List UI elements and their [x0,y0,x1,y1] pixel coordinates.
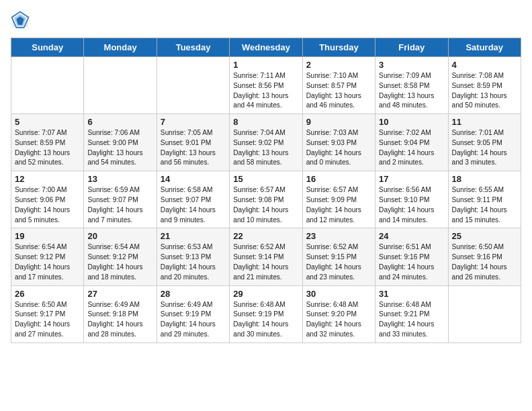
day-info: Sunrise: 6:59 AM Sunset: 9:07 PM Dayligh… [87,185,152,225]
day-number: 6 [87,117,152,127]
day-info: Sunrise: 6:57 AM Sunset: 9:08 PM Dayligh… [233,185,298,225]
day-info: Sunrise: 6:49 AM Sunset: 9:18 PM Dayligh… [87,300,152,340]
day-number: 1 [233,60,298,70]
weekday-header-monday: Monday [84,38,157,57]
weekday-header-thursday: Thursday [302,38,375,57]
weekday-row: SundayMondayTuesdayWednesdayThursdayFrid… [11,38,521,57]
calendar-cell: 3Sunrise: 7:09 AM Sunset: 8:58 PM Daylig… [375,57,448,114]
calendar-cell: 26Sunrise: 6:50 AM Sunset: 9:17 PM Dayli… [11,285,84,342]
day-info: Sunrise: 6:57 AM Sunset: 9:09 PM Dayligh… [306,185,371,225]
calendar-header: SundayMondayTuesdayWednesdayThursdayFrid… [11,38,521,57]
day-info: Sunrise: 7:07 AM Sunset: 8:59 PM Dayligh… [15,128,80,168]
day-info: Sunrise: 6:51 AM Sunset: 9:16 PM Dayligh… [379,242,444,282]
calendar-table: SundayMondayTuesdayWednesdayThursdayFrid… [11,38,521,343]
day-number: 15 [233,174,298,184]
day-info: Sunrise: 7:03 AM Sunset: 9:03 PM Dayligh… [306,128,371,168]
day-number: 28 [161,289,226,299]
day-number: 22 [233,231,298,241]
day-info: Sunrise: 6:48 AM Sunset: 9:20 PM Dayligh… [306,300,371,340]
calendar-cell: 17Sunrise: 6:56 AM Sunset: 9:10 PM Dayli… [375,171,448,228]
calendar-cell [448,285,521,342]
day-number: 29 [233,289,298,299]
day-info: Sunrise: 6:52 AM Sunset: 9:14 PM Dayligh… [233,242,298,282]
day-number: 19 [15,231,80,241]
day-number: 13 [87,174,152,184]
calendar-week-2: 5Sunrise: 7:07 AM Sunset: 8:59 PM Daylig… [11,114,521,171]
day-info: Sunrise: 6:50 AM Sunset: 9:16 PM Dayligh… [452,242,517,282]
logo-icon [11,11,30,30]
calendar-cell: 13Sunrise: 6:59 AM Sunset: 9:07 PM Dayli… [84,171,157,228]
day-info: Sunrise: 7:11 AM Sunset: 8:56 PM Dayligh… [233,71,298,111]
day-number: 21 [161,231,226,241]
day-info: Sunrise: 7:08 AM Sunset: 8:59 PM Dayligh… [452,71,517,111]
day-info: Sunrise: 6:56 AM Sunset: 9:10 PM Dayligh… [379,185,444,225]
weekday-header-saturday: Saturday [448,38,521,57]
page-header [11,11,521,30]
calendar-cell: 16Sunrise: 6:57 AM Sunset: 9:09 PM Dayli… [302,171,375,228]
day-number: 26 [15,289,80,299]
calendar-cell: 22Sunrise: 6:52 AM Sunset: 9:14 PM Dayli… [230,228,302,285]
day-number: 5 [15,117,80,127]
weekday-header-friday: Friday [375,38,448,57]
calendar-cell: 12Sunrise: 7:00 AM Sunset: 9:06 PM Dayli… [11,171,84,228]
day-info: Sunrise: 6:52 AM Sunset: 9:15 PM Dayligh… [306,242,371,282]
logo [11,11,32,30]
day-number: 30 [306,289,371,299]
calendar-cell: 9Sunrise: 7:03 AM Sunset: 9:03 PM Daylig… [302,114,375,171]
day-info: Sunrise: 7:06 AM Sunset: 9:00 PM Dayligh… [87,128,152,168]
day-info: Sunrise: 7:02 AM Sunset: 9:04 PM Dayligh… [379,128,444,168]
calendar-cell: 1Sunrise: 7:11 AM Sunset: 8:56 PM Daylig… [230,57,302,114]
calendar-cell: 29Sunrise: 6:48 AM Sunset: 9:19 PM Dayli… [230,285,302,342]
calendar-cell [157,57,229,114]
day-number: 31 [379,289,444,299]
day-number: 12 [15,174,80,184]
day-info: Sunrise: 7:04 AM Sunset: 9:02 PM Dayligh… [233,128,298,168]
day-number: 10 [379,117,444,127]
calendar-week-1: 1Sunrise: 7:11 AM Sunset: 8:56 PM Daylig… [11,57,521,114]
calendar-cell: 20Sunrise: 6:54 AM Sunset: 9:12 PM Dayli… [84,228,157,285]
day-info: Sunrise: 7:01 AM Sunset: 9:05 PM Dayligh… [452,128,517,168]
day-number: 17 [379,174,444,184]
calendar-cell: 18Sunrise: 6:55 AM Sunset: 9:11 PM Dayli… [448,171,521,228]
day-info: Sunrise: 6:48 AM Sunset: 9:19 PM Dayligh… [233,300,298,340]
day-number: 23 [306,231,371,241]
weekday-header-tuesday: Tuesday [157,38,229,57]
day-info: Sunrise: 6:58 AM Sunset: 9:07 PM Dayligh… [161,185,226,225]
day-number: 11 [452,117,517,127]
calendar-cell: 21Sunrise: 6:53 AM Sunset: 9:13 PM Dayli… [157,228,229,285]
weekday-header-wednesday: Wednesday [230,38,302,57]
day-number: 27 [87,289,152,299]
day-info: Sunrise: 6:48 AM Sunset: 9:21 PM Dayligh… [379,300,444,340]
calendar-cell: 23Sunrise: 6:52 AM Sunset: 9:15 PM Dayli… [302,228,375,285]
calendar-cell: 31Sunrise: 6:48 AM Sunset: 9:21 PM Dayli… [375,285,448,342]
calendar-cell: 24Sunrise: 6:51 AM Sunset: 9:16 PM Dayli… [375,228,448,285]
day-number: 4 [452,60,517,70]
day-number: 7 [161,117,226,127]
calendar-week-3: 12Sunrise: 7:00 AM Sunset: 9:06 PM Dayli… [11,171,521,228]
day-number: 14 [161,174,226,184]
day-info: Sunrise: 6:49 AM Sunset: 9:19 PM Dayligh… [161,300,226,340]
weekday-header-sunday: Sunday [11,38,84,57]
day-info: Sunrise: 6:50 AM Sunset: 9:17 PM Dayligh… [15,300,80,340]
day-number: 25 [452,231,517,241]
day-number: 2 [306,60,371,70]
day-info: Sunrise: 7:00 AM Sunset: 9:06 PM Dayligh… [15,185,80,225]
day-number: 18 [452,174,517,184]
calendar-cell: 25Sunrise: 6:50 AM Sunset: 9:16 PM Dayli… [448,228,521,285]
day-number: 20 [87,231,152,241]
day-number: 9 [306,117,371,127]
day-number: 24 [379,231,444,241]
calendar-cell: 2Sunrise: 7:10 AM Sunset: 8:57 PM Daylig… [302,57,375,114]
calendar-cell: 11Sunrise: 7:01 AM Sunset: 9:05 PM Dayli… [448,114,521,171]
day-number: 8 [233,117,298,127]
day-info: Sunrise: 6:53 AM Sunset: 9:13 PM Dayligh… [161,242,226,282]
calendar-cell: 19Sunrise: 6:54 AM Sunset: 9:12 PM Dayli… [11,228,84,285]
calendar-cell: 5Sunrise: 7:07 AM Sunset: 8:59 PM Daylig… [11,114,84,171]
calendar-cell: 7Sunrise: 7:05 AM Sunset: 9:01 PM Daylig… [157,114,229,171]
calendar-cell: 4Sunrise: 7:08 AM Sunset: 8:59 PM Daylig… [448,57,521,114]
day-info: Sunrise: 6:55 AM Sunset: 9:11 PM Dayligh… [452,185,517,225]
day-info: Sunrise: 7:10 AM Sunset: 8:57 PM Dayligh… [306,71,371,111]
day-info: Sunrise: 6:54 AM Sunset: 9:12 PM Dayligh… [15,242,80,282]
calendar-cell: 27Sunrise: 6:49 AM Sunset: 9:18 PM Dayli… [84,285,157,342]
calendar-cell: 15Sunrise: 6:57 AM Sunset: 9:08 PM Dayli… [230,171,302,228]
